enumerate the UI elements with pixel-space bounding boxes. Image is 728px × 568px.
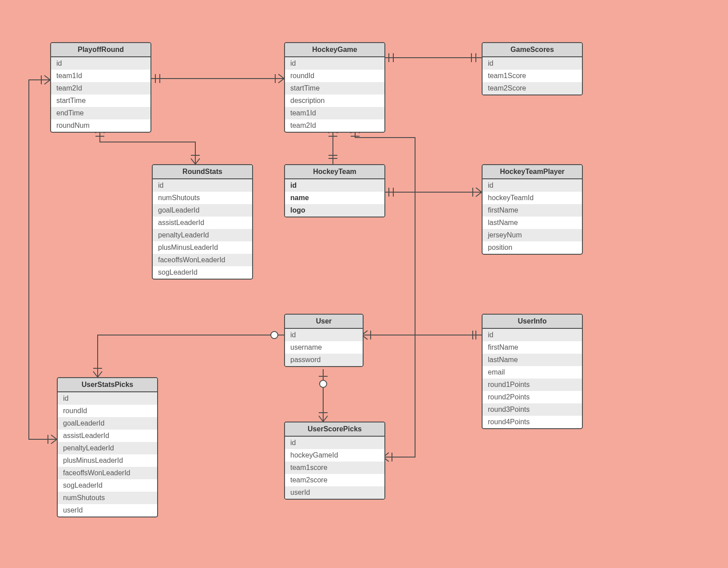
field: logo <box>285 204 384 217</box>
field: sogLeaderId <box>153 266 252 279</box>
svg-line-14 <box>191 158 195 164</box>
entity-userstatspicks: UserStatsPicks id roundId goalLeaderId a… <box>57 377 158 517</box>
rel-user-userscorepicks <box>319 369 328 422</box>
svg-line-30 <box>44 80 50 84</box>
field: penaltyLeaderId <box>58 442 157 454</box>
field: round4Points <box>483 416 582 428</box>
svg-line-26 <box>476 188 482 192</box>
svg-line-29 <box>44 75 50 80</box>
svg-point-35 <box>271 331 278 339</box>
field: round3Points <box>483 403 582 416</box>
field: penaltyLeaderId <box>153 229 252 241</box>
entity-userscorepicks: UserScorePicks id hockeyGameId team1scor… <box>284 422 385 500</box>
svg-point-47 <box>320 380 327 387</box>
field: name <box>285 192 384 204</box>
rel-hockeygame-hockeyteam <box>328 127 337 164</box>
field: id <box>285 329 363 341</box>
field: id <box>58 392 157 405</box>
rel-hockeygame-gamescores <box>383 53 482 62</box>
entity-userinfo: UserInfo id firstName lastName email rou… <box>482 314 583 429</box>
field: faceoffsWonLeaderId <box>58 467 157 479</box>
entity-title: UserStatsPicks <box>58 378 157 392</box>
entity-title: HockeyGame <box>285 43 384 57</box>
entity-playoffround: PlayoffRound id team1Id team2Id startTim… <box>50 42 151 133</box>
field: team1Id <box>51 70 150 82</box>
field: id <box>483 57 582 70</box>
entity-hockeygame: HockeyGame id roundId startTime descript… <box>284 42 385 133</box>
field: roundId <box>285 70 384 82</box>
field: userId <box>285 486 384 499</box>
entity-roundstats: RoundStats id numShutouts goalLeaderId a… <box>152 164 253 280</box>
field: goalLeaderId <box>58 417 157 430</box>
entity-title: UserScorePicks <box>285 422 384 437</box>
field: id <box>483 329 582 341</box>
field: hockeyTeamId <box>483 192 582 204</box>
field: password <box>285 354 363 366</box>
entity-title: GameScores <box>483 43 582 57</box>
field: startTime <box>285 82 384 95</box>
field: description <box>285 95 384 107</box>
field: plusMinusLeaderId <box>58 454 157 467</box>
er-diagram-canvas: PlayoffRound id team1Id team2Id startTim… <box>0 0 728 568</box>
field: team1Score <box>483 70 582 82</box>
field: id <box>51 57 150 70</box>
rel-playoffround-hockeygame <box>150 74 284 83</box>
field: firstName <box>483 341 582 354</box>
field: roundId <box>58 405 157 417</box>
field: startTime <box>51 95 150 107</box>
field: username <box>285 341 363 354</box>
entity-title: User <box>285 315 363 329</box>
svg-line-3 <box>278 74 284 79</box>
svg-line-49 <box>323 416 328 422</box>
entity-title: RoundStats <box>153 165 252 179</box>
field: team1Id <box>285 107 384 119</box>
entity-title: HockeyTeam <box>285 165 384 179</box>
field: round1Points <box>483 379 582 391</box>
field: position <box>483 241 582 254</box>
field: team2Id <box>51 82 150 95</box>
field: team2score <box>285 474 384 486</box>
rel-user-userstatspicks <box>93 331 284 377</box>
field: lastName <box>483 354 582 366</box>
entity-gamescores: GameScores id team1Score team2Score <box>482 42 583 95</box>
field: id <box>285 57 384 70</box>
svg-line-36 <box>93 371 98 377</box>
field: numShutouts <box>153 192 252 204</box>
field: endTime <box>51 107 150 119</box>
field: faceoffsWonLeaderId <box>153 254 252 266</box>
svg-line-27 <box>476 192 482 197</box>
field: team2Id <box>285 119 384 132</box>
entity-user: User id username password <box>284 314 364 367</box>
field: team1score <box>285 462 384 474</box>
field: goalLeaderId <box>153 204 252 217</box>
field: id <box>285 179 384 192</box>
field: lastName <box>483 217 582 229</box>
field: sogLeaderId <box>58 479 157 492</box>
field: firstName <box>483 204 582 217</box>
field: roundNum <box>51 119 150 132</box>
field: id <box>285 437 384 449</box>
field: assistLeaderId <box>153 217 252 229</box>
field: team2Score <box>483 82 582 95</box>
field: jerseyNum <box>483 229 582 241</box>
svg-line-15 <box>195 158 200 164</box>
field: id <box>153 179 252 192</box>
svg-line-33 <box>51 439 57 444</box>
svg-line-4 <box>278 79 284 83</box>
entity-hockeyteamplayer: HockeyTeamPlayer id hockeyTeamId firstNa… <box>482 164 583 255</box>
field: numShutouts <box>58 492 157 504</box>
field: id <box>483 179 582 192</box>
entity-title: PlayoffRound <box>51 43 150 57</box>
field: plusMinusLeaderId <box>153 241 252 254</box>
svg-line-48 <box>319 416 323 422</box>
rel-playoffround-roundstats <box>95 127 200 164</box>
entity-title: HockeyTeamPlayer <box>483 165 582 179</box>
field: hockeyGameId <box>285 449 384 462</box>
rel-hockeyteam-hockeyteamplayer <box>383 188 482 197</box>
svg-line-32 <box>51 435 57 439</box>
field: email <box>483 366 582 379</box>
rel-user-userinfo <box>362 331 482 339</box>
field: round2Points <box>483 391 582 403</box>
field: assistLeaderId <box>58 430 157 442</box>
field: userId <box>58 504 157 517</box>
